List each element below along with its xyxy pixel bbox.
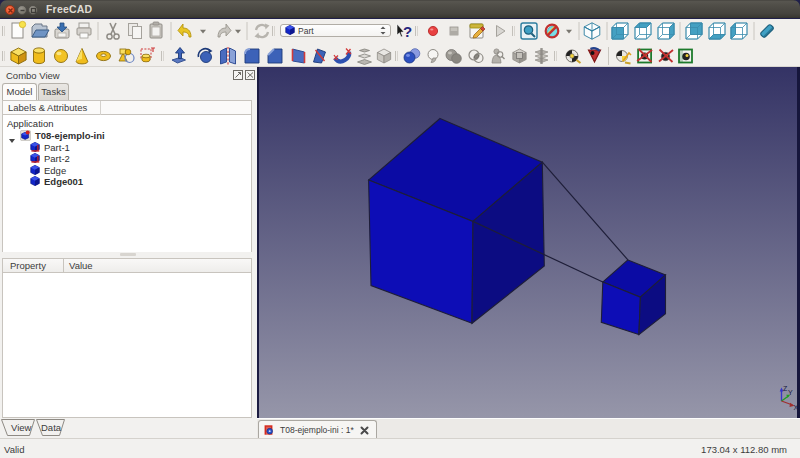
svg-text:Y: Y <box>788 389 793 396</box>
svg-text:View: View <box>11 422 32 433</box>
svg-text:Data: Data <box>41 422 62 433</box>
svg-text:?: ? <box>403 23 412 40</box>
